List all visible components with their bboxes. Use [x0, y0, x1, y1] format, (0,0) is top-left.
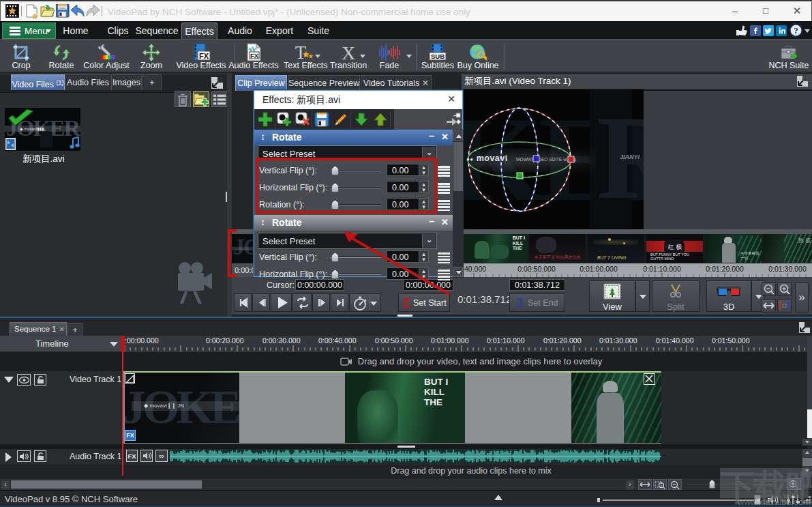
- svg-text:T: T: [295, 43, 307, 62]
- svg-text:0:01:20.000: 0:01:20.000: [706, 265, 744, 273]
- svg-text:FX: FX: [199, 52, 209, 60]
- svg-text:?: ?: [794, 25, 798, 35]
- svg-text:0:01:00.000: 0:01:00.000: [580, 265, 618, 273]
- svg-text:0:01:20.000: 0:01:20.000: [543, 336, 582, 345]
- svg-text:0:01:40.000: 0:01:40.000: [656, 336, 694, 345]
- svg-text:SUB: SUB: [431, 53, 445, 60]
- svg-text:0:00:30.000: 0:00:30.000: [262, 336, 301, 345]
- svg-text:40.000: 40.000: [464, 265, 486, 273]
- svg-text:0:00:40.000: 0:00:40.000: [318, 336, 357, 345]
- svg-text:0:00:50.000: 0:00:50.000: [517, 265, 556, 273]
- svg-text:0:01:10.000: 0:01:10.000: [643, 265, 681, 273]
- svg-text:0:00:20.000: 0:00:20.000: [206, 336, 244, 345]
- svg-text:0:01:00.000: 0:01:00.000: [431, 336, 469, 345]
- svg-text:0:01:30.000: 0:01:30.000: [768, 265, 807, 273]
- svg-text::00:00.000: :00:00.000: [125, 336, 159, 345]
- svg-text:0:01:50.000: 0:01:50.000: [712, 336, 750, 345]
- svg-text:FX: FX: [250, 52, 259, 59]
- svg-text:0:00:50.000: 0:00:50.000: [375, 336, 413, 345]
- svg-text:0:01:10.000: 0:01:10.000: [487, 336, 525, 345]
- svg-text:X: X: [342, 43, 355, 62]
- svg-text:0:01:30.000: 0:01:30.000: [599, 336, 637, 345]
